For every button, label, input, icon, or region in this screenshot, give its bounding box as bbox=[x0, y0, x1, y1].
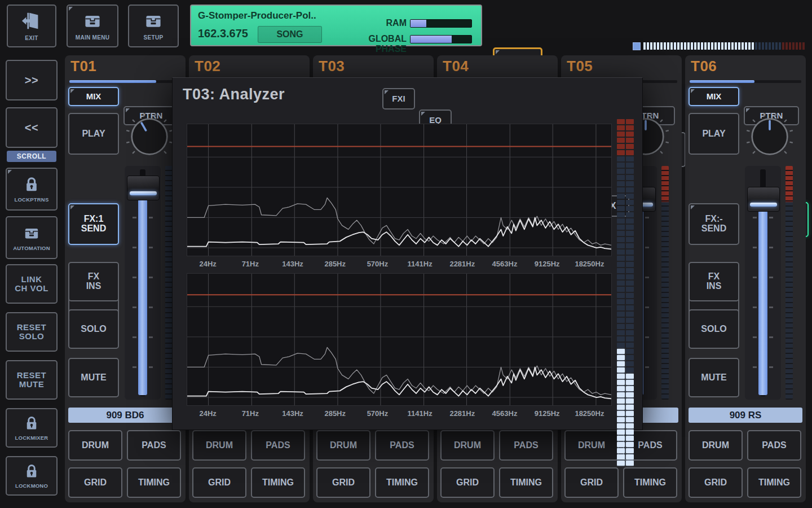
fader-tick-marks bbox=[645, 189, 649, 388]
pads-button[interactable]: PADS bbox=[251, 430, 305, 461]
pads-button[interactable]: PADS bbox=[747, 430, 801, 461]
meter-segment bbox=[626, 293, 634, 298]
mute-button[interactable]: MUTE bbox=[689, 358, 739, 397]
main-menu-button[interactable]: MAIN MENU bbox=[67, 5, 118, 47]
solo-button[interactable]: SOLO bbox=[689, 309, 739, 349]
pan-knob[interactable] bbox=[123, 111, 175, 163]
transport-tick bbox=[765, 42, 767, 50]
drum-button[interactable]: DRUM bbox=[689, 430, 743, 461]
track-play-button[interactable]: PLAY bbox=[68, 113, 119, 155]
exit-icon bbox=[20, 10, 43, 34]
pads-button[interactable]: PADS bbox=[127, 430, 181, 461]
meter-segment bbox=[626, 442, 634, 447]
scroll-mode-badge[interactable]: SCROLL bbox=[7, 151, 56, 162]
dialog-title: T03: Analyzer bbox=[183, 86, 285, 103]
drum-button[interactable]: DRUM bbox=[564, 430, 619, 461]
freq-tick-label: 2281Hz bbox=[441, 409, 483, 418]
transport-tick bbox=[755, 42, 757, 50]
pads-label: PADS bbox=[142, 441, 166, 450]
grid-label: GRID bbox=[580, 478, 603, 488]
pads-button[interactable]: PADS bbox=[375, 430, 429, 461]
volume-fader[interactable] bbox=[745, 166, 781, 400]
meter-segment bbox=[617, 262, 625, 267]
mute-button[interactable]: MUTE bbox=[68, 358, 119, 397]
drum-button[interactable]: DRUM bbox=[192, 430, 246, 461]
grid-button[interactable]: GRID bbox=[689, 467, 743, 498]
timing-button[interactable]: TIMING bbox=[747, 467, 801, 498]
grid-button[interactable]: GRID bbox=[316, 467, 370, 498]
drum-button[interactable]: DRUM bbox=[316, 430, 370, 461]
grid-button[interactable]: GRID bbox=[68, 467, 122, 498]
fx-insert-button[interactable]: FX INS bbox=[689, 262, 739, 301]
global-phase-meter bbox=[410, 35, 472, 43]
link-ch-vol-button[interactable]: LINK CH VOL bbox=[6, 264, 58, 304]
timing-button[interactable]: TIMING bbox=[127, 467, 181, 498]
pan-knob[interactable] bbox=[744, 111, 796, 163]
meter-segment bbox=[626, 249, 634, 255]
meter-segment bbox=[626, 262, 634, 267]
transport-tick bbox=[691, 42, 693, 50]
setup-button[interactable]: SETUP bbox=[128, 5, 179, 47]
meter-segment bbox=[626, 355, 634, 360]
exit-button[interactable]: EXIT bbox=[7, 5, 56, 47]
dialog-fxi-button[interactable]: FXI bbox=[382, 88, 415, 110]
track-column: T01 MIX PTRN PLAY FX:1 SEND EQ bbox=[65, 55, 186, 502]
track-play-button[interactable]: PLAY bbox=[689, 113, 739, 155]
fx-insert-line1: FX bbox=[708, 272, 720, 282]
scroll-back-button[interactable]: << bbox=[6, 107, 58, 148]
meter-segment bbox=[617, 305, 625, 310]
lock-mono-button[interactable]: LOCKMONO bbox=[6, 456, 58, 496]
timing-button[interactable]: TIMING bbox=[499, 467, 553, 498]
lock-icon bbox=[23, 415, 41, 434]
fader-handle[interactable] bbox=[747, 187, 780, 212]
timing-button[interactable]: TIMING bbox=[375, 467, 429, 498]
meter-segment bbox=[617, 225, 625, 230]
drum-button[interactable]: DRUM bbox=[440, 430, 495, 461]
global-phase-fill bbox=[411, 36, 452, 43]
volume-fader[interactable] bbox=[125, 166, 161, 400]
meter-segment bbox=[617, 144, 625, 149]
transport-tick bbox=[769, 42, 771, 50]
meter-segment bbox=[626, 169, 634, 174]
meter-segment bbox=[626, 138, 634, 143]
grid-button[interactable]: GRID bbox=[440, 467, 495, 498]
track-name: 909 RS bbox=[730, 410, 762, 421]
track-name-pill[interactable]: 909 BD6 bbox=[68, 408, 182, 423]
track-header: T02 bbox=[195, 58, 220, 75]
lock-mixer-button[interactable]: LOCKMIXER bbox=[6, 408, 58, 448]
meter-segment bbox=[617, 312, 625, 317]
fx-insert-button[interactable]: FX INS bbox=[68, 262, 119, 301]
ch-vol-label: CH VOL bbox=[15, 284, 48, 293]
fx-send-button[interactable]: FX:- SEND bbox=[689, 203, 739, 245]
pads-button[interactable]: PADS bbox=[499, 430, 553, 461]
transport-tick bbox=[772, 42, 774, 50]
track-name-pill[interactable]: 909 RS bbox=[689, 408, 802, 423]
transport-tick bbox=[643, 42, 646, 50]
fx-send-button[interactable]: FX:1 SEND bbox=[68, 203, 119, 245]
lcd-display[interactable]: G-Stomper-Producer-Pol.. 162.3.675 SONG … bbox=[190, 5, 482, 46]
scroll-forward-button[interactable]: >> bbox=[6, 60, 58, 100]
grid-label: GRID bbox=[456, 478, 479, 488]
transport-tick bbox=[714, 42, 717, 50]
pads-label: PADS bbox=[638, 441, 662, 450]
automation-button[interactable]: AUTOMATION bbox=[6, 216, 58, 259]
fx-insert-line2: INS bbox=[707, 282, 722, 291]
lock-patterns-button[interactable]: LOCKPTRNS bbox=[6, 168, 58, 211]
grid-button[interactable]: GRID bbox=[192, 467, 246, 498]
transport-tick bbox=[704, 42, 707, 50]
dialog-level-meter bbox=[617, 119, 634, 467]
tab-mix[interactable]: MIX bbox=[689, 87, 739, 106]
timing-button[interactable]: TIMING bbox=[623, 467, 677, 498]
solo-button[interactable]: SOLO bbox=[68, 309, 119, 349]
timing-button[interactable]: TIMING bbox=[251, 467, 305, 498]
mode-song-button[interactable]: SONG bbox=[258, 26, 322, 43]
drum-button[interactable]: DRUM bbox=[68, 430, 122, 461]
fader-handle[interactable] bbox=[127, 176, 160, 200]
tab-mix[interactable]: MIX bbox=[68, 87, 119, 106]
reset-mute-button[interactable]: RESET MUTE bbox=[6, 360, 58, 400]
grid-button[interactable]: GRID bbox=[564, 467, 619, 498]
lock-icon bbox=[23, 463, 41, 482]
reset-solo-button[interactable]: RESET SOLO bbox=[6, 312, 58, 352]
transport-tick bbox=[674, 42, 676, 50]
analyzer-dialog: T03: Analyzer FXI EQ ANLZ PLAY SOLO X 24… bbox=[172, 77, 643, 430]
